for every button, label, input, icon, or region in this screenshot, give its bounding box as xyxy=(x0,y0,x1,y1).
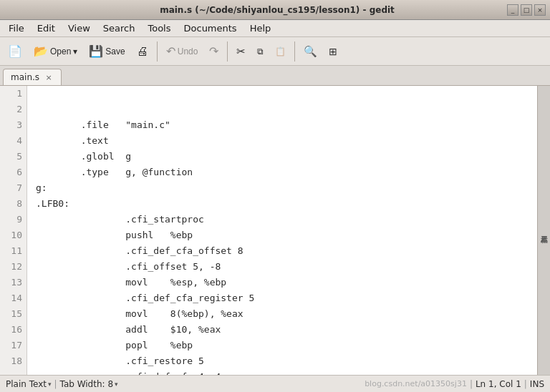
line-number: 2 xyxy=(3,102,22,117)
line-number: 16 xyxy=(3,322,22,338)
status-sep-3: | xyxy=(524,379,527,389)
status-bar: Plain Text ▾ | Tab Width: 8 ▾ blog.csdn.… xyxy=(0,375,550,392)
code-line: popl %ebp xyxy=(36,338,537,353)
window-title: main.s (~/Code/shiyanlou_cs195/lesson1) … xyxy=(47,5,507,15)
replace-icon: ⊞ xyxy=(329,46,337,57)
status-sep-1: | xyxy=(54,379,57,389)
line-number: 10 xyxy=(3,227,22,243)
language-dropdown-icon: ▾ xyxy=(48,381,52,388)
cut-button[interactable]: ✂ xyxy=(231,42,251,61)
separator-1 xyxy=(157,41,158,62)
new-icon: 📄 xyxy=(8,46,22,57)
code-line: .globl g xyxy=(36,149,537,165)
separator-2 xyxy=(227,41,228,62)
language-selector[interactable]: Plain Text ▾ xyxy=(6,379,51,389)
language-label: Plain Text xyxy=(6,379,47,389)
menu-item-help[interactable]: Help xyxy=(244,21,277,35)
line-number: 14 xyxy=(3,290,22,306)
tab-close-button[interactable]: × xyxy=(44,72,54,82)
copy-button[interactable]: ⧉ xyxy=(252,44,269,59)
code-line: g: xyxy=(36,180,537,196)
minimize-button[interactable]: _ xyxy=(507,4,518,16)
line-number: 6 xyxy=(3,165,22,180)
line-number: 17 xyxy=(3,338,22,353)
code-area[interactable]: .file "main.c" .text .globl g .type g, @… xyxy=(27,86,537,375)
save-label: Save xyxy=(105,46,125,57)
title-buttons[interactable]: _ □ × xyxy=(507,4,546,16)
code-line: .cfi_def_cfa_register 5 xyxy=(36,290,537,306)
line-numbers: 123456789101112131415161718 xyxy=(0,86,27,375)
tab-width-label: Tab Width: 8 xyxy=(60,379,113,389)
code-line: movl 8(%ebp), %eax xyxy=(36,306,537,322)
print-button[interactable]: 🖨 xyxy=(132,43,153,60)
tab-bar: main.s × xyxy=(0,66,550,86)
position-label: Ln 1, Col 1 xyxy=(476,379,521,389)
new-button[interactable]: 📄 xyxy=(3,43,27,60)
code-line: .cfi_def_cfa_offset 8 xyxy=(36,243,537,259)
cursor-position: Ln 1, Col 1 xyxy=(476,379,521,389)
copy-icon: ⧉ xyxy=(257,46,264,57)
line-number: 7 xyxy=(3,180,22,196)
menu-item-documents[interactable]: Documents xyxy=(178,21,243,35)
replace-button[interactable]: ⊞ xyxy=(324,43,342,60)
redo-icon: ↷ xyxy=(209,44,218,58)
line-number: 15 xyxy=(3,306,22,322)
cut-icon: ✂ xyxy=(236,45,246,58)
menu-item-edit[interactable]: Edit xyxy=(32,21,61,35)
tab-width-dropdown-icon: ▾ xyxy=(115,381,118,388)
line-number: 13 xyxy=(3,275,22,290)
line-number: 5 xyxy=(3,149,22,165)
line-number: 4 xyxy=(3,133,22,149)
open-arrow-icon: ▾ xyxy=(73,46,77,57)
undo-button[interactable]: ↶ Undo xyxy=(161,41,203,61)
find-button[interactable]: 🔍 xyxy=(299,42,322,61)
line-number: 18 xyxy=(3,353,22,369)
find-icon: 🔍 xyxy=(304,45,317,58)
tab-width-selector[interactable]: Tab Width: 8 ▾ xyxy=(60,379,118,389)
open-label: Open xyxy=(50,46,71,57)
code-line: .cfi_restore 5 xyxy=(36,353,537,369)
code-line: .cfi_offset 5, -8 xyxy=(36,259,537,275)
menu-item-search[interactable]: Search xyxy=(97,21,141,35)
code-line: .LFB0: xyxy=(36,196,537,212)
tab-main-s[interactable]: main.s × xyxy=(3,69,62,85)
code-line: addl $10, %eax xyxy=(36,322,537,338)
line-number: 3 xyxy=(3,117,22,133)
code-line: .text xyxy=(36,133,537,149)
line-number: 11 xyxy=(3,243,22,259)
line-number: 12 xyxy=(3,259,22,275)
mode-label: INS xyxy=(530,379,544,389)
redo-button[interactable]: ↷ xyxy=(204,41,223,61)
save-icon: 💾 xyxy=(89,46,103,57)
line-number: 8 xyxy=(3,196,22,212)
tab-label: main.s xyxy=(11,72,39,82)
close-button[interactable]: × xyxy=(534,4,546,16)
menu-item-file[interactable]: File xyxy=(3,21,30,35)
line-number: 1 xyxy=(3,86,22,102)
status-sep-2: | xyxy=(470,379,473,389)
open-icon: 📂 xyxy=(34,46,48,57)
code-line: .file "main.c" xyxy=(36,117,537,133)
insert-mode: INS xyxy=(530,379,544,389)
paste-icon: 📋 xyxy=(275,46,286,57)
code-line: pushl %ebp xyxy=(36,227,537,243)
save-button[interactable]: 💾 Save xyxy=(84,43,130,60)
paste-button[interactable]: 📋 xyxy=(270,44,291,59)
editor-container: 123456789101112131415161718 .file "main.… xyxy=(0,86,550,375)
code-line: .cfi_startproc xyxy=(36,212,537,227)
watermark-section: blog.csdn.net/a01350sj31 xyxy=(365,379,467,388)
toolbar: 📄 📂 Open ▾ 💾 Save 🖨 ↶ Undo ↷ ✂ ⧉ 📋 🔍 ⊞ xyxy=(0,37,550,66)
undo-icon: ↶ xyxy=(166,44,175,58)
menu-bar: FileEditViewSearchToolsDocumentsHelp xyxy=(0,20,550,37)
open-button[interactable]: 📂 Open ▾ xyxy=(29,43,82,60)
line-number: 9 xyxy=(3,212,22,227)
print-icon: 🖨 xyxy=(137,46,148,57)
separator-3 xyxy=(294,41,295,62)
right-sidebar: 显示工具栏 xyxy=(537,86,550,375)
menu-item-view[interactable]: View xyxy=(62,21,96,35)
maximize-button[interactable]: □ xyxy=(521,4,532,16)
watermark-text: blog.csdn.net/a01350sj31 xyxy=(365,379,467,388)
menu-item-tools[interactable]: Tools xyxy=(142,21,176,35)
title-bar: main.s (~/Code/shiyanlou_cs195/lesson1) … xyxy=(0,0,550,20)
code-line: .cfi_def_cfa 4, 4 xyxy=(36,369,537,375)
